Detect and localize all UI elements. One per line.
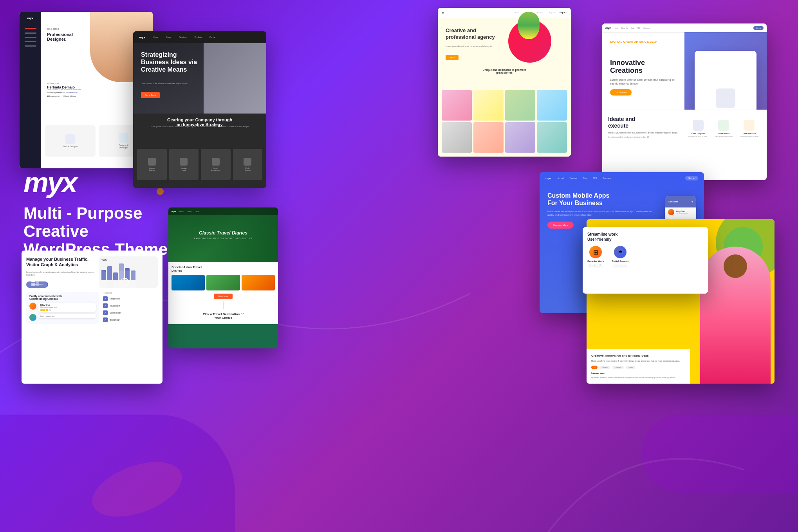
screenshot-travel: myx Home Gallery Travel Classic Travel D… xyxy=(168,207,278,348)
streamline-digital: 🖥 Digital Support Lorem ipsum dolorsit a… xyxy=(612,246,628,268)
business-logo: myx xyxy=(139,36,145,39)
brand-logo: myx xyxy=(23,168,172,197)
travel-hero: Classic Travel Diaries EXPLORE THE MAGIC… xyxy=(168,207,278,262)
agency-title: Creative andprofessional agency xyxy=(446,27,495,41)
travel-article1: Special Asian TravelDiaries xyxy=(172,265,275,272)
analytics-bottom: Easily communicate withClients using Cha… xyxy=(22,292,162,328)
business-nav: myx Home About Services Portfolio Contac… xyxy=(133,31,266,43)
elementor-icon-badge xyxy=(23,271,47,294)
designer-headline: Hi, I am a ProfessionalDesigner. xyxy=(47,27,73,42)
revolution-slider-icon-badge xyxy=(113,271,136,294)
designer-sidebar-logo: myx xyxy=(20,12,41,25)
business-cta-btn[interactable]: Get In Touch xyxy=(141,92,160,98)
screenshot-designer: myx Hi, I am a ProfessionalDesigner. Lor… xyxy=(20,12,153,168)
feature-icons-row: W xyxy=(23,271,172,294)
multilingual-icon-badge xyxy=(53,271,77,294)
travel-content: Special Asian TravelDiaries Read More Pi… xyxy=(168,262,278,324)
travel-hero-sub: EXPLORE THE MAGICAL WORLD AND BEYOND xyxy=(194,237,253,240)
svg-rect-1 xyxy=(31,278,35,282)
travel-article2: Pick a Travel Destination ofYour Choice xyxy=(172,312,275,319)
streamline-organize: ⊞ Organize Work Lorem ipsum dolorsit ame… xyxy=(587,246,604,268)
travel-photos xyxy=(172,275,275,290)
streamline-title: Streamline workUser-friendly xyxy=(587,232,703,242)
screenshot-innovative: myx Home About Us Blog FAQ Company Sign … xyxy=(602,23,767,180)
travel-hero-title: Classic Travel Diaries xyxy=(199,230,247,236)
decorative-blob-right xyxy=(641,415,798,493)
business-strategy-desc: Lorem ipsum dolor sit amet consectetur a… xyxy=(141,125,258,128)
agency-product-grid xyxy=(442,90,567,153)
innovative-title: InnovativeCreations xyxy=(610,59,677,75)
svg-rect-3 xyxy=(36,278,39,286)
woocommerce-icon-badge: W xyxy=(83,271,107,294)
analytics-checkboxes: ✓ Responsive ✓ Navigatable ✓ User Friend… xyxy=(103,296,158,322)
screenshot-agency: m Home About Us Services Programs Contac… xyxy=(438,8,571,157)
agency-nav: m Home About Us Services Programs Contac… xyxy=(438,8,571,18)
mobile-nav: myx Annual Features Blog FAQ Company Sig… xyxy=(540,172,704,184)
brand-panel: myx Multi - Purpose Creative WordPress T… xyxy=(23,168,172,294)
innovative-desc: Lorem ipsum dolor sit amet consectetur a… xyxy=(610,78,677,86)
decorative-blob-left xyxy=(0,415,235,532)
mobile-title: Custom Mobile AppsFor Your Business xyxy=(547,192,657,207)
brand-tagline: Multi - Purpose Creative WordPress Theme xyxy=(23,204,172,259)
business-title: StrategizingBusiness Ideas viaCreative M… xyxy=(141,51,197,74)
designer-sidebar: myx xyxy=(20,12,41,168)
business-strategy-title: Gearing your Company throughan Innovativ… xyxy=(133,114,266,131)
innovative-nav: myx Home About Us Blog FAQ Company Sign … xyxy=(602,23,767,32)
mobile-cta-btn[interactable]: Discover More xyxy=(547,222,574,229)
svg-rect-2 xyxy=(31,283,35,286)
screenshot-streamline: Streamline workUser-friendly ⊞ Organize … xyxy=(583,227,708,294)
mobile-desc: Make use of the most productive & dynami… xyxy=(547,210,657,217)
designer-name: Hi there, I am Herlinda Demaio 📍 Town in… xyxy=(47,82,78,97)
screenshot-business: myx Home About Services Portfolio Contac… xyxy=(133,31,266,188)
